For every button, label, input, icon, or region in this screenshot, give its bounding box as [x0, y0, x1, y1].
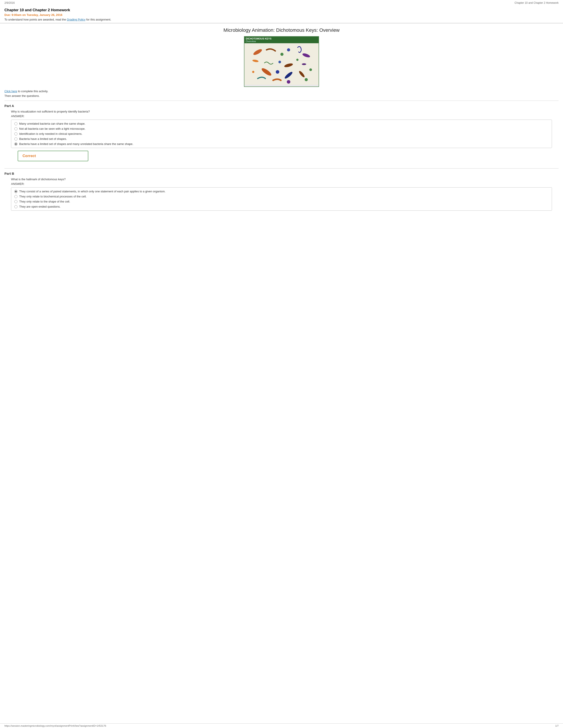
divider-2 — [4, 168, 559, 169]
part-a: Part A Why is visualization not sufficie… — [4, 104, 559, 165]
assignment-due: Due: 9:00am on Tuesday, January 26, 2016 — [4, 13, 559, 17]
then-answer-text: Then answer the questions. — [4, 94, 559, 98]
correct-box: Correct — [18, 151, 88, 161]
header-title: Chapter 10 and Chapter 2 Homework — [515, 1, 559, 4]
part-a-answer-box: Many unrelated bacteria can share the sa… — [11, 120, 552, 148]
part-b-answer-label: ANSWER: — [11, 182, 559, 186]
grading-policy-link[interactable]: Grading Policy — [67, 18, 86, 21]
part-a-option-4[interactable]: Bacteria have a limited set of shapes. — [14, 137, 549, 141]
part-b-option-4[interactable]: They are open-ended questions. — [14, 205, 549, 208]
svg-point-5 — [278, 61, 281, 63]
svg-point-14 — [305, 78, 308, 81]
part-a-answer-label: ANSWER: — [11, 114, 559, 118]
correct-text: Correct — [23, 154, 36, 158]
part-b-radio-1[interactable] — [14, 190, 17, 193]
grading-policy-text: To understand how points are awarded, re… — [4, 18, 559, 21]
svg-point-4 — [252, 59, 258, 63]
part-b-radio-4[interactable] — [14, 205, 17, 208]
part-b-option-3[interactable]: They only relate to the shape of the cel… — [14, 200, 549, 203]
main-content: Microbiology Animation: Dichotomous Keys… — [0, 23, 563, 218]
click-here-text: Click here to complete this activity. — [4, 90, 559, 93]
svg-point-8 — [302, 63, 306, 65]
animation-image[interactable]: DICHOTOMOUS KEYS Overview — [244, 36, 319, 87]
svg-point-11 — [276, 70, 279, 74]
part-b: Part B What is the hallmark of dichotomo… — [4, 172, 559, 211]
animation-subheader: Overview — [244, 40, 319, 43]
svg-point-6 — [284, 63, 293, 68]
svg-point-1 — [280, 53, 284, 56]
part-b-radio-2[interactable] — [14, 195, 17, 198]
radio-4[interactable] — [14, 137, 17, 141]
part-a-label: Part A — [4, 104, 559, 108]
click-here-link[interactable]: Click here — [4, 90, 17, 93]
correct-box-wrapper: Correct — [11, 151, 552, 165]
part-a-option-3[interactable]: Identification is only needed in clinica… — [14, 132, 549, 135]
svg-point-10 — [252, 71, 254, 73]
section-title: Microbiology Animation: Dichotomous Keys… — [4, 23, 559, 36]
svg-point-7 — [296, 59, 299, 61]
part-b-option-2[interactable]: They only relate to biochemical processe… — [14, 195, 549, 198]
header-date: 2/9/2016 — [4, 1, 15, 4]
svg-point-3 — [302, 53, 311, 58]
part-b-option-1[interactable]: They consist of a series of paired state… — [14, 190, 549, 193]
svg-point-2 — [287, 48, 290, 51]
assignment-header: Chapter 10 and Chapter 2 Homework Due: 9… — [0, 6, 563, 23]
radio-2[interactable] — [14, 127, 17, 130]
svg-point-0 — [252, 48, 263, 56]
svg-point-13 — [309, 68, 312, 71]
radio-3[interactable] — [14, 132, 17, 135]
part-b-question: What is the hallmark of dichotomous keys… — [11, 178, 559, 181]
page-header: 2/9/2016 Chapter 10 and Chapter 2 Homewo… — [0, 0, 563, 6]
svg-point-16 — [298, 70, 305, 78]
part-a-option-2[interactable]: Not all bacteria can be seen with a ligh… — [14, 127, 549, 130]
part-a-option-5[interactable]: Bacteria have a limited set of shapes an… — [14, 142, 549, 146]
svg-point-12 — [284, 71, 294, 79]
part-b-label: Part B — [4, 172, 559, 175]
radio-5[interactable] — [14, 143, 17, 146]
assignment-title: Chapter 10 and Chapter 2 Homework — [4, 8, 559, 12]
animation-header: DICHOTOMOUS KEYS — [244, 37, 319, 40]
part-a-question: Why is visualization not sufficient to p… — [11, 110, 559, 113]
part-b-radio-3[interactable] — [14, 200, 17, 203]
animation-body — [244, 43, 319, 85]
part-b-answer-box: They consist of a series of paired state… — [11, 187, 552, 211]
part-a-option-1[interactable]: Many unrelated bacteria can share the sa… — [14, 122, 549, 125]
svg-point-9 — [261, 67, 272, 77]
radio-1[interactable] — [14, 122, 17, 125]
svg-point-15 — [287, 80, 290, 84]
